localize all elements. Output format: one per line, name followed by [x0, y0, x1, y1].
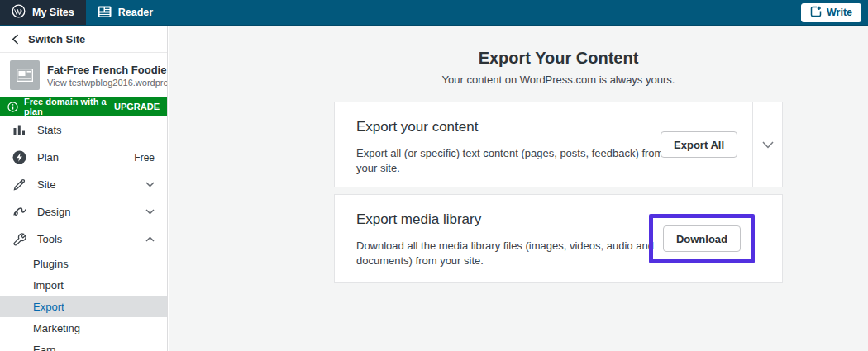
- download-button[interactable]: Download: [663, 225, 741, 252]
- site-placeholder-icon: [10, 60, 40, 90]
- wordpress-logo-icon: [12, 4, 26, 21]
- sidebar-item-label: Design: [37, 206, 70, 218]
- back-chevron-icon: [12, 34, 19, 45]
- main-content: Export Your Content Your content on Word…: [169, 26, 868, 351]
- export-content-card: Export your content Export all (or speci…: [334, 102, 783, 187]
- sidebar-item-label: Stats: [37, 124, 62, 136]
- chevron-down-icon: [762, 141, 774, 149]
- sidebar-item-import[interactable]: Import: [0, 274, 167, 296]
- sidebar-item-plugins[interactable]: Plugins: [0, 253, 167, 274]
- masterbar-spacer: [165, 0, 801, 25]
- submenu-item-label: Plugins: [33, 258, 69, 270]
- sidebar-item-label: Site: [37, 178, 55, 191]
- info-icon: [7, 102, 18, 112]
- export-all-action: Export All: [661, 102, 752, 187]
- masterbar: My Sites Reader Write: [0, 0, 868, 26]
- switch-site-label: Switch Site: [28, 33, 85, 45]
- site-title: Fat-Free French Foodie: [47, 64, 167, 76]
- upgrade-banner[interactable]: Free domain with a plan UPGRADE: [0, 97, 167, 116]
- card-description: Export all (or specific) text content (p…: [356, 146, 670, 176]
- my-sites-button[interactable]: My Sites: [0, 0, 86, 25]
- upgrade-banner-action[interactable]: UPGRADE: [114, 102, 160, 111]
- reader-label: Reader: [118, 7, 153, 18]
- new-post-icon: [810, 6, 822, 20]
- submenu-item-label: Earn: [33, 344, 55, 351]
- submenu-item-label: Marketing: [33, 322, 80, 334]
- submenu-item-label: Import: [33, 279, 64, 292]
- chevron-up-icon: [145, 236, 155, 242]
- plan-badge: Free: [134, 152, 155, 164]
- export-all-button[interactable]: Export All: [661, 131, 737, 158]
- page-title: Export Your Content: [334, 26, 783, 68]
- sidebar-item-site[interactable]: Site: [0, 171, 167, 198]
- sidebar-item-design[interactable]: Design: [0, 198, 167, 225]
- site-text: Fat-Free French Foodie View testwpblog20…: [47, 64, 167, 88]
- card-title: Export media library: [356, 211, 649, 228]
- site-info[interactable]: Fat-Free French Foodie View testwpblog20…: [0, 53, 167, 97]
- highlight-annotation-box: Download: [649, 214, 755, 263]
- sidebar-item-earn[interactable]: Earn: [0, 339, 167, 351]
- plan-icon: [12, 150, 27, 164]
- card-description: Download all the media library files (im…: [356, 239, 654, 268]
- switch-site-button[interactable]: Switch Site: [0, 26, 167, 53]
- export-media-card-body: Export media library Download all the me…: [335, 195, 649, 282]
- sidebar-item-export[interactable]: Export: [0, 296, 167, 317]
- chevron-down-icon: [145, 182, 155, 187]
- sidebar: Switch Site Fat-Free French Foodie View …: [0, 26, 168, 351]
- my-sites-label: My Sites: [32, 7, 74, 18]
- sidebar-item-plan[interactable]: Plan Free: [0, 144, 167, 171]
- card-title: Export your content: [356, 119, 661, 135]
- export-content-card-body: Export your content Export all (or speci…: [335, 102, 661, 187]
- pencil-icon: [12, 178, 27, 191]
- sidebar-item-label: Tools: [37, 233, 62, 245]
- stats-sparkline: [107, 130, 155, 130]
- download-action: Download: [649, 195, 782, 282]
- stats-icon: [12, 125, 27, 136]
- export-media-card: Export media library Download all the me…: [334, 194, 783, 283]
- chevron-down-icon: [145, 209, 155, 215]
- wrench-icon: [12, 233, 27, 246]
- sidebar-item-stats[interactable]: Stats: [0, 116, 167, 144]
- write-button[interactable]: Write: [801, 3, 861, 22]
- write-label: Write: [827, 7, 852, 18]
- reader-icon: [98, 6, 112, 20]
- expand-card-button[interactable]: [752, 102, 782, 187]
- submenu-item-label: Export: [33, 301, 64, 313]
- upgrade-banner-text: Free domain with a plan: [24, 97, 108, 116]
- site-url: View testwpblog2016.wordpress.com: [47, 78, 167, 88]
- sidebar-item-marketing[interactable]: Marketing: [0, 317, 167, 339]
- page-subtitle: Your content on WordPress.com is always …: [334, 74, 783, 86]
- reader-button[interactable]: Reader: [86, 0, 165, 25]
- sidebar-menu: Stats Plan Free Site: [0, 116, 167, 351]
- sidebar-item-label: Plan: [37, 151, 59, 164]
- sidebar-item-tools[interactable]: Tools: [0, 225, 167, 253]
- squiggle-icon: [12, 206, 27, 217]
